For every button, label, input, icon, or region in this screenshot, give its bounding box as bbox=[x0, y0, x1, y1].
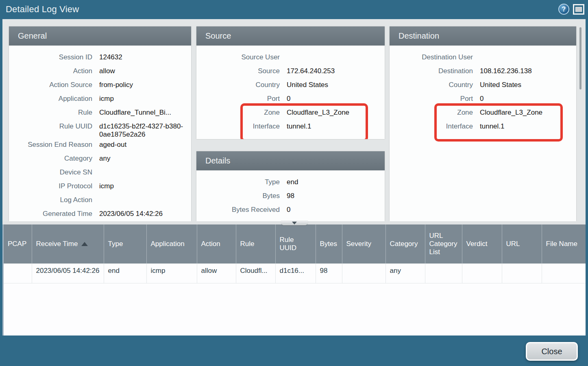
field-destination-port: Port0 bbox=[390, 93, 576, 107]
col-header-verdict[interactable]: Verdict bbox=[462, 224, 502, 264]
col-header-severity[interactable]: Severity bbox=[342, 224, 385, 264]
general-panel-header: General bbox=[9, 26, 191, 46]
source-panel-body: Source User Source172.64.240.253 Country… bbox=[196, 46, 385, 134]
field-session-id: Session ID124632 bbox=[9, 51, 191, 65]
col-header-file-name[interactable]: File Name bbox=[542, 224, 586, 264]
content-scrollbar[interactable] bbox=[579, 27, 581, 89]
col-header-url[interactable]: URL bbox=[502, 224, 542, 264]
cell-action: allow bbox=[197, 264, 236, 283]
field-source-country: CountryUnited States bbox=[196, 79, 385, 93]
col-header-pcap[interactable]: PCAP bbox=[4, 224, 32, 264]
field-source-user: Source User bbox=[196, 51, 385, 65]
col-header-bytes[interactable]: Bytes bbox=[316, 224, 342, 264]
field-destination-interface: Interfacetunnel.1 bbox=[390, 120, 576, 134]
col-header-url-category-list[interactable]: URL Category List bbox=[425, 224, 462, 264]
field-source-port: Port0 bbox=[196, 93, 385, 107]
dialog-titlebar: Detailed Log View ? bbox=[0, 0, 588, 19]
log-table-row[interactable]: 2023/06/05 14:42:26 end icmp allow Cloud… bbox=[4, 264, 586, 283]
field-bytes-received: Bytes Received0 bbox=[196, 204, 385, 218]
cell-rule: Cloudfl... bbox=[236, 264, 275, 283]
screen-icon-inner bbox=[575, 7, 582, 12]
cell-bytes: 98 bbox=[316, 264, 342, 283]
field-device-sn: Device SN bbox=[9, 166, 191, 180]
sort-asc-icon bbox=[81, 242, 88, 246]
field-source-interface: Interfacetunnel.1 bbox=[196, 120, 385, 134]
field-destination-zone: ZoneCloudflare_L3_Zone bbox=[390, 107, 576, 120]
field-category: Categoryany bbox=[9, 152, 191, 166]
field-rule-uuid: Rule UUIDd1c16235-b2f2-4327-b380-0ae1875… bbox=[9, 120, 191, 139]
cell-application: icmp bbox=[146, 264, 197, 283]
destination-panel-header: Destination bbox=[390, 26, 576, 46]
general-panel: General Session ID124632 Actionallow Act… bbox=[9, 26, 191, 221]
detailed-log-view-dialog: Detailed Log View ? General Session ID12… bbox=[0, 0, 588, 366]
dialog-title: Detailed Log View bbox=[6, 4, 79, 15]
col-header-action[interactable]: Action bbox=[197, 224, 236, 264]
field-bytes: Bytes98 bbox=[196, 190, 385, 204]
field-rule: RuleCloudflare_Tunnel_Bi... bbox=[9, 107, 191, 120]
help-icon[interactable]: ? bbox=[558, 4, 569, 15]
field-ip-protocol: IP Protocolicmp bbox=[9, 180, 191, 194]
cell-verdict bbox=[462, 264, 502, 283]
close-button[interactable]: Close bbox=[526, 342, 578, 361]
col-header-application[interactable]: Application bbox=[146, 224, 197, 264]
field-session-end-reason: Session End Reasonaged-out bbox=[9, 139, 191, 152]
col-header-rule[interactable]: Rule bbox=[236, 224, 275, 264]
cell-type: end bbox=[104, 264, 146, 283]
details-panel-body: Typeend Bytes98 Bytes Received0 bbox=[196, 170, 385, 218]
destination-panel: Destination Destination User Destination… bbox=[390, 26, 576, 221]
field-source-address: Source172.64.240.253 bbox=[196, 65, 385, 79]
field-source-zone: ZoneCloudflare_L3_Zone bbox=[196, 107, 385, 120]
details-panel-header: Details bbox=[196, 151, 385, 170]
field-destination-address: Destination108.162.236.138 bbox=[390, 65, 576, 79]
cell-severity bbox=[342, 264, 385, 283]
cell-rule-uuid: d1c16... bbox=[275, 264, 316, 283]
field-application: Applicationicmp bbox=[9, 93, 191, 107]
source-panel-header: Source bbox=[196, 26, 385, 46]
col-header-type[interactable]: Type bbox=[104, 224, 146, 264]
log-table-container: PCAP Receive Time Type Application Actio… bbox=[2, 224, 586, 336]
cell-pcap bbox=[4, 264, 32, 283]
titlebar-icons: ? bbox=[558, 4, 584, 15]
destination-panel-body: Destination User Destination108.162.236.… bbox=[390, 46, 576, 134]
col-header-rule-uuid[interactable]: Rule UUID bbox=[275, 224, 316, 264]
col-header-receive-time[interactable]: Receive Time bbox=[32, 224, 104, 264]
log-detail-content: General Session ID124632 Actionallow Act… bbox=[2, 19, 586, 221]
screen-icon[interactable] bbox=[573, 4, 584, 15]
cell-url bbox=[502, 264, 542, 283]
cell-url-category-list bbox=[425, 264, 462, 283]
field-generated-time: Generated Time2023/06/05 14:42:26 bbox=[9, 208, 191, 221]
log-table: PCAP Receive Time Type Application Actio… bbox=[4, 224, 586, 283]
field-action: Actionallow bbox=[9, 65, 191, 79]
caret-down-icon bbox=[292, 222, 297, 224]
details-panel: Details Typeend Bytes98 Bytes Received0 bbox=[196, 151, 385, 221]
field-type: Typeend bbox=[196, 176, 385, 190]
field-action-source: Action Sourcefrom-policy bbox=[9, 79, 191, 93]
cell-category: any bbox=[385, 264, 425, 283]
table-collapse-handle[interactable] bbox=[281, 220, 308, 225]
field-destination-country: CountryUnited States bbox=[390, 79, 576, 93]
field-destination-user: Destination User bbox=[390, 51, 576, 65]
cell-file-name bbox=[542, 264, 586, 283]
source-panel: Source Source User Source172.64.240.253 … bbox=[196, 26, 385, 139]
col-header-category[interactable]: Category bbox=[385, 224, 425, 264]
field-log-action: Log Action bbox=[9, 194, 191, 208]
cell-receive-time: 2023/06/05 14:42:26 bbox=[32, 264, 104, 283]
general-panel-body: Session ID124632 Actionallow Action Sour… bbox=[9, 46, 191, 221]
log-table-header-row: PCAP Receive Time Type Application Actio… bbox=[4, 224, 586, 264]
